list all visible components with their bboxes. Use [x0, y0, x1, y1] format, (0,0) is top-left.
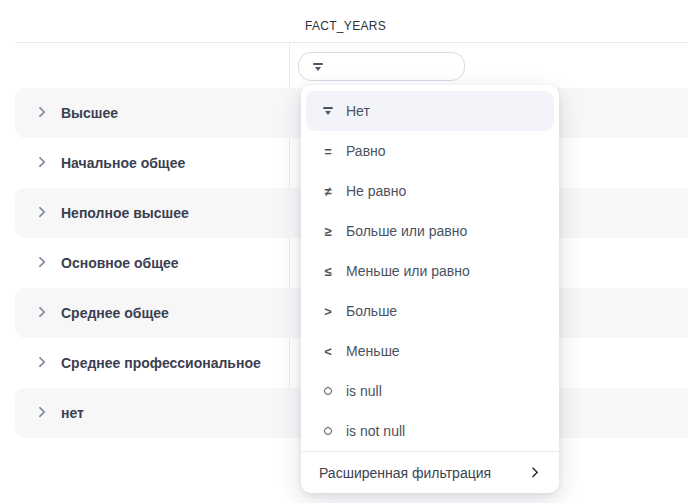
menu-item-less[interactable]: < Меньше	[306, 331, 554, 371]
not-equals-icon: ≠	[318, 184, 338, 199]
header-divider	[15, 42, 688, 43]
menu-item-label: is null	[346, 383, 382, 399]
greater-or-equals-icon: ≥	[318, 224, 338, 239]
data-grid: FACT_YEARS Высшее Начальное общее Неполн…	[0, 0, 688, 503]
less-icon: <	[318, 344, 338, 359]
filter-operations-menu: Нет = Равно ≠ Не равно ≥ Больше или равн…	[301, 85, 559, 493]
group-row-label: Начальное общее	[61, 155, 185, 171]
advanced-filter-label: Расширенная фильтрация	[319, 465, 491, 481]
menu-item-label: Равно	[346, 143, 386, 159]
menu-item-label: is not null	[346, 423, 405, 439]
menu-item-greater-or-equals[interactable]: ≥ Больше или равно	[306, 211, 554, 251]
menu-item-none[interactable]: Нет	[306, 91, 554, 131]
filter-icon	[312, 62, 324, 72]
less-or-equals-icon: ≤	[318, 264, 338, 279]
menu-item-greater[interactable]: > Больше	[306, 291, 554, 331]
menu-item-label: Больше или равно	[346, 223, 467, 239]
menu-item-is-null[interactable]: is null	[306, 371, 554, 411]
group-row-label: Высшее	[61, 105, 118, 121]
is-not-null-circle-icon	[324, 427, 332, 435]
menu-item-label: Нет	[346, 103, 370, 119]
chevron-right-icon	[527, 466, 538, 477]
menu-item-label: Меньше	[346, 343, 400, 359]
menu-item-is-not-null[interactable]: is not null	[306, 411, 554, 451]
group-row-label: Среднее общее	[61, 305, 169, 321]
filter-icon	[322, 106, 334, 116]
group-row-label: Среднее профессиональное	[61, 355, 261, 371]
menu-item-less-or-equals[interactable]: ≤ Меньше или равно	[306, 251, 554, 291]
menu-item-label: Больше	[346, 303, 397, 319]
is-null-circle-icon	[324, 387, 332, 395]
filter-row-cell[interactable]	[298, 52, 465, 81]
menu-item-equals[interactable]: = Равно	[306, 131, 554, 171]
group-row-label: нет	[61, 405, 84, 421]
column-header-fact-years[interactable]: FACT_YEARS	[305, 19, 386, 33]
group-row-label: Неполное высшее	[61, 205, 189, 221]
advanced-filter-button[interactable]: Расширенная фильтрация	[301, 452, 559, 493]
filter-input[interactable]	[333, 59, 454, 74]
menu-item-label: Меньше или равно	[346, 263, 470, 279]
equals-icon: =	[318, 144, 338, 159]
group-row-label: Основное общее	[61, 255, 179, 271]
menu-item-not-equals[interactable]: ≠ Не равно	[306, 171, 554, 211]
menu-item-label: Не равно	[346, 183, 406, 199]
greater-icon: >	[318, 304, 338, 319]
